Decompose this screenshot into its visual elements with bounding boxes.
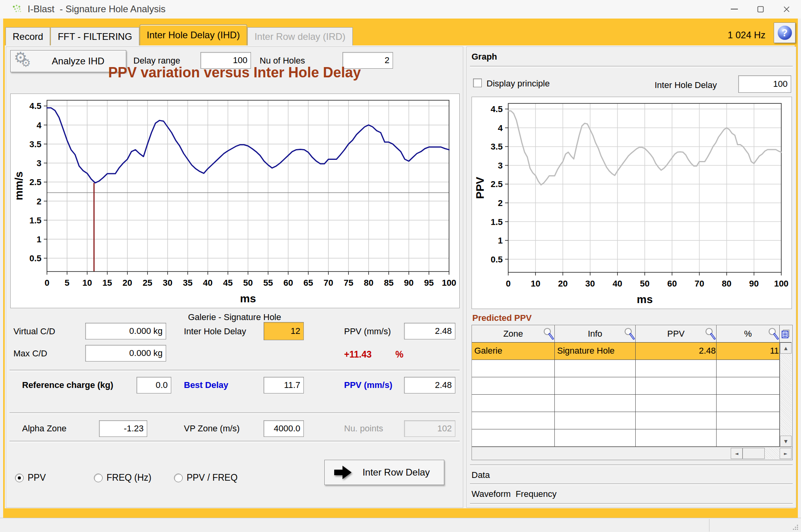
best-delay-label: Best Delay — [184, 380, 228, 390]
separator — [470, 503, 793, 505]
svg-text:10: 10 — [82, 278, 92, 288]
nu-points-input: 102 — [404, 420, 455, 437]
svg-text:2: 2 — [37, 197, 41, 206]
svg-text:50: 50 — [640, 279, 649, 288]
scrollbar-track[interactable] — [765, 448, 780, 459]
tab-label: Record — [13, 31, 43, 42]
svg-text:3: 3 — [498, 161, 503, 170]
help-icon: ? — [778, 26, 792, 40]
svg-text:PPV: PPV — [474, 177, 486, 199]
svg-text:100: 100 — [774, 279, 789, 288]
app-icon — [12, 4, 22, 14]
inter-hole-delay-input[interactable]: 12 — [264, 322, 304, 340]
svg-text:40: 40 — [613, 279, 622, 288]
table-row-empty[interactable] — [472, 412, 780, 429]
virtual-cd-input[interactable]: 0.000 kg — [85, 323, 166, 339]
graph-ihd-input[interactable]: 100 — [738, 75, 791, 93]
graph-panel: Graph Display principle Inter Hole Delay… — [466, 47, 796, 508]
radio-ppv[interactable]: PPV — [15, 472, 46, 483]
minimize-button[interactable] — [721, 0, 747, 18]
tab-inter-hole-delay-ihd[interactable]: Inter Hole Delay (IHD) — [140, 24, 247, 45]
tab-inter-row-delay-ird[interactable]: Inter Row delay (IRD) — [247, 27, 353, 45]
scroll-down-button[interactable]: ▼ — [780, 436, 792, 447]
svg-text:35: 35 — [183, 278, 192, 288]
column-header-ppv[interactable]: PPV — [636, 325, 717, 343]
radio-freq-hz[interactable]: FREQ (Hz) — [94, 472, 152, 483]
radio-label: FREQ (Hz) — [107, 472, 152, 483]
svg-text:2.5: 2.5 — [29, 177, 41, 187]
table-cell — [717, 412, 780, 429]
svg-text:80: 80 — [722, 279, 731, 288]
table-cell: 11 — [717, 343, 780, 360]
tab-label: Inter Hole Delay (IHD) — [147, 30, 240, 41]
column-header-info[interactable]: Info — [555, 325, 636, 343]
scroll-up-button[interactable]: ▲ — [780, 343, 792, 354]
radio-ppv-freq[interactable]: PPV / FREQ — [174, 472, 238, 483]
table-cell — [717, 429, 780, 447]
table-cell: Signature Hole — [555, 343, 636, 360]
alpha-zone-input[interactable]: -1.23 — [99, 420, 147, 437]
display-principle-checkbox[interactable] — [473, 79, 482, 87]
close-button[interactable] — [773, 0, 799, 18]
separator — [470, 66, 793, 67]
table-row-empty[interactable] — [472, 377, 780, 395]
svg-text:50: 50 — [243, 278, 253, 288]
svg-text:90: 90 — [749, 279, 759, 288]
svg-text:20: 20 — [558, 279, 567, 288]
svg-text:5: 5 — [65, 278, 69, 288]
resize-grip[interactable] — [792, 524, 799, 530]
window-controls — [721, 0, 799, 18]
graph-ihd-label: Inter Hole Delay — [655, 80, 717, 90]
graph-header: Graph — [472, 52, 497, 62]
ppv-change-value: +11.43 — [344, 349, 372, 360]
best-ppv-input[interactable]: 2.48 — [404, 377, 455, 393]
search-zone-icon[interactable] — [542, 327, 554, 340]
svg-text:10: 10 — [531, 279, 540, 288]
table-row[interactable]: GalerieSignature Hole2.4811 — [472, 343, 780, 360]
scroll-left-button[interactable]: ◄ — [731, 448, 743, 459]
table-row-empty[interactable] — [472, 429, 780, 447]
max-cd-input[interactable]: 0.000 kg — [85, 345, 166, 362]
table-row-empty[interactable] — [472, 360, 780, 377]
export-table-icon[interactable] — [781, 329, 790, 339]
search-info-icon[interactable] — [623, 327, 635, 340]
svg-text:90: 90 — [404, 278, 414, 288]
svg-text:55: 55 — [263, 278, 273, 288]
best-delay-input[interactable]: 11.7 — [264, 377, 304, 393]
table-cell — [717, 360, 780, 377]
vp-zone-input[interactable]: 4000.0 — [264, 420, 304, 437]
maximize-button[interactable] — [747, 0, 773, 18]
search--icon[interactable] — [767, 327, 779, 340]
search-ppv-icon[interactable] — [704, 327, 716, 340]
title-bar: I-Blast - Signature Hole Analysis — [0, 0, 801, 19]
predicted-ppv-chart: 0.511.522.533.544.5010203040506070809010… — [472, 97, 792, 309]
table-cell — [636, 395, 717, 412]
reference-charge-input[interactable]: 0.0 — [137, 377, 171, 393]
waveform-frequency-label: Waveform Frequency — [472, 489, 557, 499]
separator — [9, 412, 460, 414]
scrollbar-thumb[interactable] — [743, 448, 765, 459]
inter-row-delay-button[interactable]: Inter Row Delay — [324, 460, 444, 485]
scroll-right-button[interactable]: ► — [780, 448, 792, 459]
table-vertical-scrollbar[interactable]: ▲▼ — [780, 343, 792, 447]
ppv-input[interactable]: 2.48 — [404, 323, 455, 339]
column-header-[interactable]: % — [717, 325, 780, 343]
svg-text:30: 30 — [585, 279, 595, 288]
svg-text:3.5: 3.5 — [29, 139, 41, 149]
table-cell — [717, 395, 780, 412]
svg-text:70: 70 — [324, 278, 333, 288]
svg-text:65: 65 — [303, 278, 313, 288]
svg-text:4: 4 — [37, 120, 42, 130]
tab-fft-filtering[interactable]: FFT - FILTERING — [51, 27, 139, 45]
svg-text:0: 0 — [45, 278, 49, 288]
table-cell — [472, 429, 555, 447]
table-row-empty[interactable] — [472, 395, 780, 412]
gears-icon: ⚙⚙ — [14, 49, 31, 66]
help-button[interactable]: ? — [774, 22, 795, 43]
svg-text:60: 60 — [283, 278, 293, 288]
table-cell — [717, 377, 780, 395]
chart-title: PPV variation versus Inter Hole Delay — [6, 64, 463, 81]
table-horizontal-scrollbar[interactable]: ◄► — [472, 447, 792, 460]
tab-record[interactable]: Record — [6, 27, 50, 45]
column-header-zone[interactable]: Zone — [472, 325, 555, 343]
